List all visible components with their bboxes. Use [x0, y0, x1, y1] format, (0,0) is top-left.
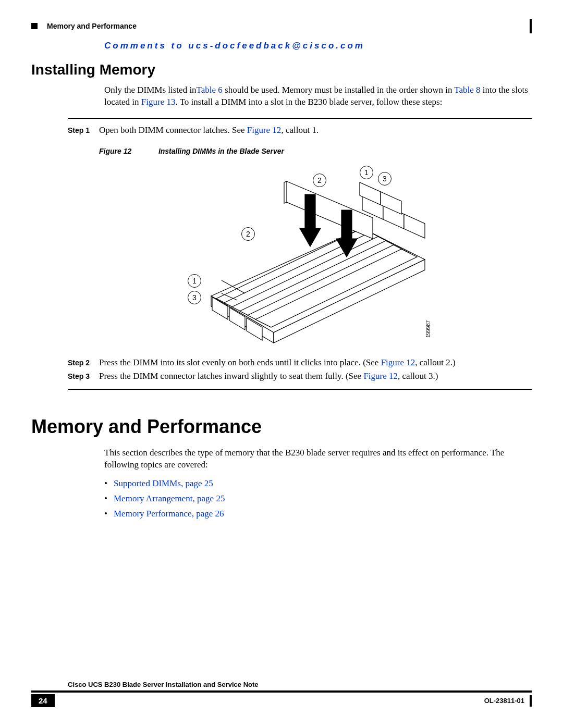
topic-list: •Supported DIMMs, page 25 •Memory Arrang… — [104, 476, 532, 522]
section-intro: This section describes the type of memor… — [104, 447, 532, 471]
section-heading-memory: Memory and Performance — [31, 416, 532, 438]
page-number: 24 — [31, 694, 55, 707]
step-text: Open both DIMM connector latches. See Fi… — [99, 125, 532, 135]
intro-text: Only the DIMMs listed in — [104, 85, 197, 95]
page-container: Memory and Performance Comments to ucs-d… — [0, 0, 563, 728]
step-label: Step 3 — [68, 371, 99, 381]
footer-bar-right-icon — [530, 695, 532, 707]
callout-1-left: 1 — [188, 274, 201, 288]
callout-2-left: 2 — [241, 227, 255, 241]
step-text: Press the DIMM connector latches inward … — [99, 371, 532, 381]
section-heading-installing: Installing Memory — [31, 61, 532, 78]
link-figure12[interactable]: Figure 12 — [363, 371, 398, 381]
step-text-frag: Open both DIMM connector latches. See — [99, 125, 247, 135]
figure-dimm-install: 199987 1 3 2 2 1 3 — [154, 161, 446, 348]
link-table6[interactable]: Table 6 — [197, 85, 223, 95]
step-1: Step 1 Open both DIMM connector latches.… — [68, 125, 532, 135]
header-bar-right-icon — [530, 19, 532, 33]
footer-title: Cisco UCS B230 Blade Server Installation… — [68, 681, 532, 688]
doc-id: OL-23811-01 — [484, 697, 524, 705]
footer-rule — [31, 690, 532, 693]
step-text-frag: , callout 2.) — [415, 357, 455, 367]
step-text: Press the DIMM into its slot evenly on b… — [99, 357, 532, 368]
step-label: Step 2 — [68, 357, 99, 368]
intro-text: should be used. Memory must be installed… — [223, 85, 454, 95]
footer-row: 24 OL-23811-01 — [31, 694, 532, 707]
callout-3-top: 3 — [378, 172, 391, 186]
link-table8[interactable]: Table 8 — [454, 85, 480, 95]
step-text-frag: Press the DIMM into its slot evenly on b… — [99, 357, 381, 367]
intro-paragraph: Only the DIMMs listed inTable 6 should b… — [104, 84, 532, 108]
topic-item: •Memory Performance, page 26 — [104, 507, 532, 522]
step-2: Step 2 Press the DIMM into its slot even… — [68, 357, 532, 368]
step-rule-bottom — [68, 389, 532, 390]
page-header: Memory and Performance — [31, 21, 532, 35]
callout-3-left: 3 — [188, 291, 201, 304]
link-figure13[interactable]: Figure 13 — [141, 97, 176, 107]
link-figure12[interactable]: Figure 12 — [247, 125, 282, 135]
blade-server-illustration-icon: 199987 — [154, 161, 446, 348]
figure-caption: Figure 12 Installing DIMMs in the Blade … — [99, 147, 532, 155]
figure-id-text: 199987 — [425, 320, 431, 338]
step-text-frag: , callout 3.) — [398, 371, 438, 381]
header-breadcrumb: Memory and Performance — [47, 22, 137, 30]
link-figure12[interactable]: Figure 12 — [381, 357, 415, 367]
feedback-line: Comments to ucs-docfeedback@cisco.com — [104, 41, 532, 51]
step-3: Step 3 Press the DIMM connector latches … — [68, 371, 532, 381]
step-text-frag: , callout 1. — [281, 125, 319, 135]
topic-item: •Memory Arrangement, page 25 — [104, 491, 532, 507]
callout-2-top: 2 — [313, 174, 326, 187]
link-memory-performance[interactable]: Memory Performance, page 26 — [114, 509, 224, 519]
bullet-icon: • — [104, 476, 114, 491]
step-label: Step 1 — [68, 125, 99, 135]
callout-1-top: 1 — [360, 166, 373, 179]
link-memory-arrangement[interactable]: Memory Arrangement, page 25 — [114, 493, 225, 503]
bullet-icon: • — [104, 507, 114, 522]
link-supported-dimms[interactable]: Supported DIMMs, page 25 — [114, 478, 213, 488]
svg-marker-10 — [284, 181, 287, 203]
step-text-frag: Press the DIMM connector latches inward … — [99, 371, 363, 381]
page-footer: Cisco UCS B230 Blade Server Installation… — [31, 681, 532, 707]
header-square-icon — [31, 23, 38, 29]
bullet-icon: • — [104, 491, 114, 507]
svg-marker-15 — [404, 214, 425, 238]
topic-item: •Supported DIMMs, page 25 — [104, 476, 532, 491]
figure-number: Figure 12 — [99, 147, 156, 155]
step-rule-top — [68, 118, 532, 119]
figure-title: Installing DIMMs in the Blade Server — [158, 147, 284, 155]
intro-text: . To install a DIMM into a slot in the B… — [175, 97, 442, 107]
steps-block: Step 1 Open both DIMM connector latches.… — [68, 118, 532, 390]
